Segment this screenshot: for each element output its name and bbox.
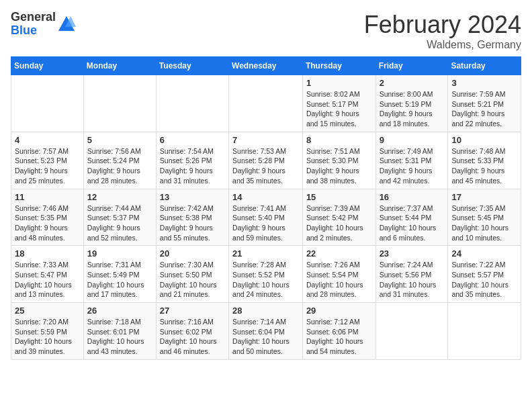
day-number: 28 <box>232 306 299 316</box>
day-number: 24 <box>451 248 517 259</box>
day-number: 3 <box>451 78 517 88</box>
logo-blue-text: Blue <box>11 24 56 38</box>
day-number: 15 <box>306 192 372 202</box>
day-number: 11 <box>15 192 80 202</box>
day-number: 14 <box>232 192 299 202</box>
day-cell: 3Sunrise: 7:59 AMSunset: 5:21 PMDaylight… <box>448 75 521 132</box>
day-cell <box>375 303 448 360</box>
day-info: Sunrise: 7:20 AMSunset: 5:59 PMDaylight:… <box>15 317 80 357</box>
col-wednesday: Wednesday <box>229 57 303 75</box>
day-info: Sunrise: 7:57 AMSunset: 5:23 PMDaylight:… <box>15 146 80 186</box>
day-number: 6 <box>160 135 225 145</box>
day-number: 27 <box>160 306 225 316</box>
day-number: 2 <box>380 78 445 88</box>
day-number: 21 <box>232 248 299 259</box>
day-number: 16 <box>380 192 445 202</box>
day-cell: 27Sunrise: 7:16 AMSunset: 6:02 PMDayligh… <box>156 303 228 360</box>
day-cell: 5Sunrise: 7:56 AMSunset: 5:24 PMDaylight… <box>83 132 156 189</box>
week-row-5: 25Sunrise: 7:20 AMSunset: 5:59 PMDayligh… <box>11 303 521 360</box>
day-cell: 22Sunrise: 7:26 AMSunset: 5:54 PMDayligh… <box>302 246 375 303</box>
day-cell: 1Sunrise: 8:02 AMSunset: 5:17 PMDaylight… <box>302 75 375 132</box>
day-info: Sunrise: 7:59 AMSunset: 5:21 PMDaylight:… <box>451 89 517 129</box>
day-number: 29 <box>306 306 372 316</box>
day-info: Sunrise: 7:49 AMSunset: 5:31 PMDaylight:… <box>380 146 445 186</box>
day-cell: 8Sunrise: 7:51 AMSunset: 5:30 PMDaylight… <box>302 132 375 189</box>
day-info: Sunrise: 8:00 AMSunset: 5:19 PMDaylight:… <box>380 89 445 129</box>
week-row-2: 4Sunrise: 7:57 AMSunset: 5:23 PMDaylight… <box>11 132 521 189</box>
day-cell <box>229 75 303 132</box>
day-cell <box>83 75 156 132</box>
day-info: Sunrise: 7:28 AMSunset: 5:52 PMDaylight:… <box>232 260 299 300</box>
day-info: Sunrise: 7:14 AMSunset: 6:04 PMDaylight:… <box>232 317 299 357</box>
month-title: February 2024 <box>364 11 521 39</box>
day-info: Sunrise: 7:51 AMSunset: 5:30 PMDaylight:… <box>306 146 372 186</box>
day-cell: 17Sunrise: 7:35 AMSunset: 5:45 PMDayligh… <box>448 189 521 246</box>
day-cell <box>156 75 228 132</box>
day-info: Sunrise: 7:37 AMSunset: 5:44 PMDaylight:… <box>380 203 445 243</box>
day-info: Sunrise: 7:44 AMSunset: 5:37 PMDaylight:… <box>87 203 152 243</box>
day-info: Sunrise: 7:22 AMSunset: 5:57 PMDaylight:… <box>451 260 517 300</box>
header: General Blue February 2024 Waldems, Germ… <box>11 11 521 51</box>
day-info: Sunrise: 7:54 AMSunset: 5:26 PMDaylight:… <box>160 146 225 186</box>
title-area: February 2024 Waldems, Germany <box>364 11 521 51</box>
col-friday: Friday <box>375 57 448 75</box>
day-number: 20 <box>160 248 225 259</box>
day-number: 7 <box>232 135 299 145</box>
day-number: 13 <box>160 192 225 202</box>
day-cell: 29Sunrise: 7:12 AMSunset: 6:06 PMDayligh… <box>302 303 375 360</box>
day-cell: 23Sunrise: 7:24 AMSunset: 5:56 PMDayligh… <box>375 246 448 303</box>
day-number: 26 <box>87 306 152 316</box>
day-info: Sunrise: 7:30 AMSunset: 5:50 PMDaylight:… <box>160 260 225 300</box>
day-cell: 15Sunrise: 7:39 AMSunset: 5:42 PMDayligh… <box>302 189 375 246</box>
day-cell: 24Sunrise: 7:22 AMSunset: 5:57 PMDayligh… <box>448 246 521 303</box>
week-row-3: 11Sunrise: 7:46 AMSunset: 5:35 PMDayligh… <box>11 189 521 246</box>
day-info: Sunrise: 7:26 AMSunset: 5:54 PMDaylight:… <box>306 260 372 300</box>
day-cell: 21Sunrise: 7:28 AMSunset: 5:52 PMDayligh… <box>229 246 303 303</box>
day-cell: 10Sunrise: 7:48 AMSunset: 5:33 PMDayligh… <box>448 132 521 189</box>
col-sunday: Sunday <box>11 57 84 75</box>
day-number: 1 <box>306 78 372 88</box>
day-info: Sunrise: 7:16 AMSunset: 6:02 PMDaylight:… <box>160 317 225 357</box>
day-cell: 20Sunrise: 7:30 AMSunset: 5:50 PMDayligh… <box>156 246 228 303</box>
day-info: Sunrise: 7:53 AMSunset: 5:28 PMDaylight:… <box>232 146 299 186</box>
day-info: Sunrise: 7:39 AMSunset: 5:42 PMDaylight:… <box>306 203 372 243</box>
day-cell: 28Sunrise: 7:14 AMSunset: 6:04 PMDayligh… <box>229 303 303 360</box>
logo: General Blue <box>11 11 76 38</box>
location-title: Waldems, Germany <box>364 39 521 51</box>
day-cell: 19Sunrise: 7:31 AMSunset: 5:49 PMDayligh… <box>83 246 156 303</box>
day-info: Sunrise: 8:02 AMSunset: 5:17 PMDaylight:… <box>306 89 372 129</box>
day-info: Sunrise: 7:33 AMSunset: 5:47 PMDaylight:… <box>15 260 80 300</box>
day-cell <box>448 303 521 360</box>
day-info: Sunrise: 7:31 AMSunset: 5:49 PMDaylight:… <box>87 260 152 300</box>
calendar-header-row: Sunday Monday Tuesday Wednesday Thursday… <box>11 57 521 75</box>
day-cell: 13Sunrise: 7:42 AMSunset: 5:38 PMDayligh… <box>156 189 228 246</box>
day-info: Sunrise: 7:12 AMSunset: 6:06 PMDaylight:… <box>306 317 372 357</box>
col-thursday: Thursday <box>302 57 375 75</box>
day-cell: 16Sunrise: 7:37 AMSunset: 5:44 PMDayligh… <box>375 189 448 246</box>
day-number: 8 <box>306 135 372 145</box>
day-cell: 18Sunrise: 7:33 AMSunset: 5:47 PMDayligh… <box>11 246 84 303</box>
week-row-1: 1Sunrise: 8:02 AMSunset: 5:17 PMDaylight… <box>11 75 521 132</box>
day-number: 12 <box>87 192 152 202</box>
day-info: Sunrise: 7:48 AMSunset: 5:33 PMDaylight:… <box>451 146 517 186</box>
day-info: Sunrise: 7:35 AMSunset: 5:45 PMDaylight:… <box>451 203 517 243</box>
day-number: 4 <box>15 135 80 145</box>
day-number: 9 <box>380 135 445 145</box>
day-cell: 9Sunrise: 7:49 AMSunset: 5:31 PMDaylight… <box>375 132 448 189</box>
week-row-4: 18Sunrise: 7:33 AMSunset: 5:47 PMDayligh… <box>11 246 521 303</box>
day-cell: 6Sunrise: 7:54 AMSunset: 5:26 PMDaylight… <box>156 132 228 189</box>
logo-general-text: General <box>11 11 56 24</box>
day-number: 25 <box>15 306 80 316</box>
col-monday: Monday <box>83 57 156 75</box>
day-info: Sunrise: 7:41 AMSunset: 5:40 PMDaylight:… <box>232 203 299 243</box>
day-cell: 7Sunrise: 7:53 AMSunset: 5:28 PMDaylight… <box>229 132 303 189</box>
day-cell: 25Sunrise: 7:20 AMSunset: 5:59 PMDayligh… <box>11 303 84 360</box>
day-number: 22 <box>306 248 372 259</box>
day-number: 19 <box>87 248 152 259</box>
col-tuesday: Tuesday <box>156 57 228 75</box>
day-cell: 12Sunrise: 7:44 AMSunset: 5:37 PMDayligh… <box>83 189 156 246</box>
logo-icon <box>57 15 76 34</box>
day-cell: 14Sunrise: 7:41 AMSunset: 5:40 PMDayligh… <box>229 189 303 246</box>
day-info: Sunrise: 7:46 AMSunset: 5:35 PMDaylight:… <box>15 203 80 243</box>
day-number: 10 <box>451 135 517 145</box>
